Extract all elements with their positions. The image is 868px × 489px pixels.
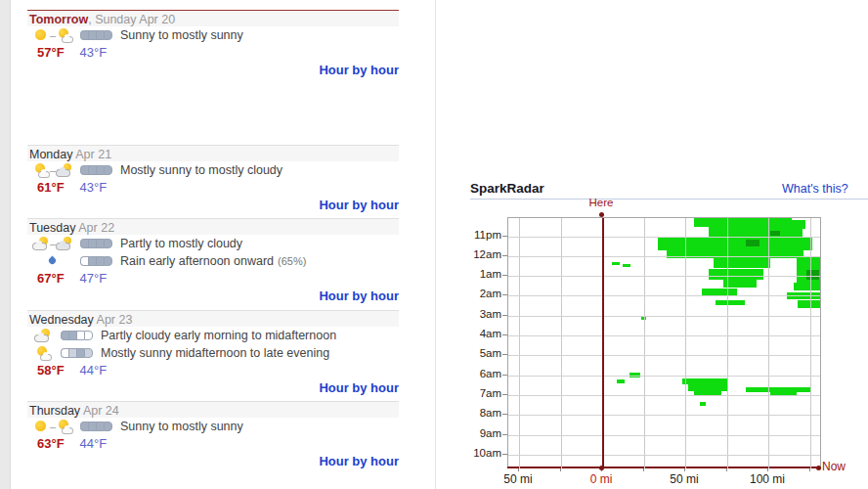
forecast-text: Partly to mostly cloudy (120, 237, 242, 250)
bar-segment (68, 331, 76, 340)
hour-by-hour-row: Hour by hour (27, 286, 399, 304)
bar-segment (84, 331, 93, 340)
y-axis-label: 5am (456, 347, 501, 359)
forecast-text: Sunny to mostly sunny (120, 28, 243, 42)
icon-range-dash: – (50, 29, 56, 41)
whats-this-link[interactable]: What's this? (782, 182, 868, 196)
bar-segment (61, 348, 68, 358)
partly-cloudy-icon (35, 329, 51, 342)
hour-by-hour-link[interactable]: Hour by hour (319, 198, 399, 212)
horizontal-gridline (508, 376, 820, 377)
forecast-panel: Tomorrow, Sunday Apr 20–Sunny to mostly … (27, 0, 399, 489)
y-tick (502, 454, 507, 455)
icon-range-dash: – (50, 421, 56, 432)
y-axis-label: 7am (456, 387, 501, 399)
forecast-row: Partly cloudy early morning to midaftern… (27, 327, 399, 344)
time-of-day-bar (80, 256, 112, 266)
y-tick (502, 375, 507, 376)
y-axis-label: 1am (456, 268, 501, 280)
horizontal-gridline (508, 316, 820, 317)
time-of-day-bar (80, 30, 112, 40)
day-name: Wednesday (29, 313, 94, 327)
day-name: Tuesday (29, 221, 75, 235)
bar-segment (76, 348, 84, 358)
radar-echo (716, 300, 745, 305)
hour-by-hour-link[interactable]: Hour by hour (319, 289, 399, 303)
radar-echo (688, 384, 728, 391)
forecast-row: –Partly to mostly cloudy (27, 235, 399, 252)
now-axis (507, 467, 820, 468)
y-tick (502, 255, 507, 256)
x-axis-label: 50 mi (489, 472, 547, 486)
high-temp: 67°F (37, 271, 65, 286)
weather-forecast-page: Tomorrow, Sunday Apr 20–Sunny to mostly … (0, 0, 868, 489)
temps-row: 58°F44°F (27, 362, 399, 378)
y-tick (502, 334, 507, 335)
x-tick (809, 468, 810, 471)
mostly-sunny-icon (33, 163, 49, 177)
hour-by-hour-link[interactable]: Hour by hour (319, 454, 399, 468)
bar-segment (84, 348, 93, 358)
forecast-day: Wednesday Apr 23Partly cloudy early morn… (27, 310, 399, 396)
sparkradar-chart[interactable] (507, 217, 821, 468)
forecast-day: Tomorrow, Sunday Apr 20–Sunny to mostly … (27, 10, 399, 78)
time-of-day-bar (61, 348, 93, 358)
horizontal-gridline (508, 395, 820, 396)
bar-segment (104, 165, 112, 175)
bar-segment (80, 165, 88, 175)
y-tick (502, 414, 507, 415)
time-of-day-bar (61, 331, 93, 340)
radar-echo (714, 258, 770, 268)
time-of-day-bar (80, 422, 112, 431)
hour-by-hour-row: Hour by hour (27, 60, 399, 78)
mostly-sunny-icon (57, 420, 72, 433)
day-date: Apr 22 (75, 221, 114, 235)
left-edge-strip (0, 0, 11, 489)
x-tick (560, 468, 561, 471)
y-axis-label: 12am (456, 248, 501, 260)
day-date: Apr 23 (94, 313, 133, 327)
radar-echo (794, 283, 820, 290)
bar-segment (96, 422, 104, 431)
horizontal-gridline (508, 355, 820, 356)
now-label: Now (822, 460, 846, 473)
x-axis-label: 0 mi (572, 472, 630, 486)
icon-range-dash: – (50, 164, 56, 176)
radar-echo (617, 379, 625, 383)
condition-icons (31, 329, 55, 342)
bar-segment (61, 331, 68, 340)
low-temp: 43°F (80, 180, 108, 195)
forecast-row: Mostly sunny midafternoon to late evenin… (27, 344, 399, 362)
hour-by-hour-link[interactable]: Hour by hour (319, 380, 399, 395)
bar-segment (96, 165, 104, 175)
forecast-text: Partly cloudy early morning to midaftern… (101, 329, 336, 342)
bar-segment (96, 30, 104, 40)
hour-by-hour-link[interactable]: Hour by hour (319, 63, 399, 77)
forecast-day: Tuesday Apr 22–Partly to mostly cloudyRa… (27, 218, 399, 304)
radar-header-rule (470, 199, 868, 200)
horizontal-gridline (508, 256, 820, 257)
y-tick (502, 394, 507, 395)
time-of-day-bar (80, 239, 112, 248)
radar-echo (658, 238, 812, 250)
high-temp: 57°F (37, 45, 65, 60)
condition-icons: – (31, 237, 74, 250)
time-of-day-bar (80, 165, 112, 175)
day-name: Thursday (29, 404, 80, 418)
bar-segment (68, 348, 76, 358)
temps-row: 67°F47°F (27, 270, 399, 286)
x-tick (767, 468, 768, 471)
day-header: Thursday Apr 24 (27, 401, 399, 418)
sun-icon (33, 28, 49, 42)
bar-segment (80, 239, 88, 248)
y-tick (502, 354, 507, 355)
now-dot (816, 466, 821, 470)
y-axis-label: 9am (456, 427, 501, 439)
radar-echo (723, 280, 757, 288)
forecast-row: Rain early afternoon onward(65%) (27, 252, 399, 270)
low-temp: 43°F (80, 45, 108, 60)
condition-icons (31, 254, 74, 268)
forecast-text: Mostly sunny midafternoon to late evenin… (101, 346, 329, 360)
high-temp: 58°F (37, 363, 65, 378)
radar-echo (770, 231, 780, 236)
